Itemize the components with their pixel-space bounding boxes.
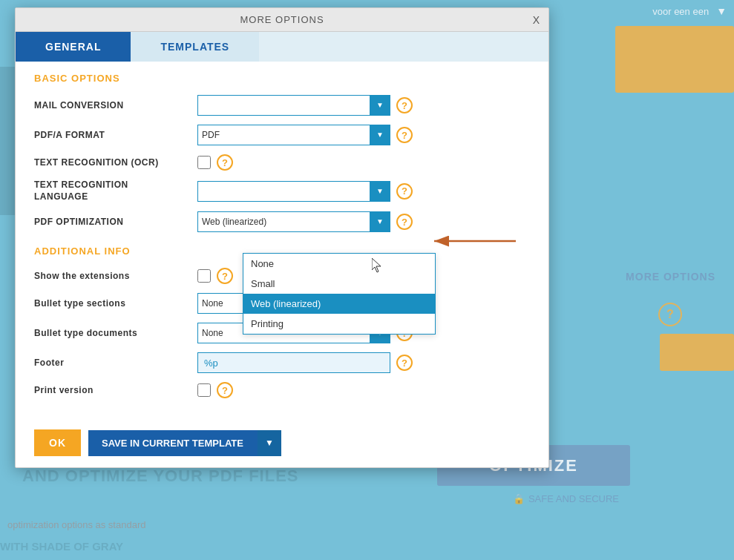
print-version-label: Print version <box>34 385 197 395</box>
print-version-controls: ? <box>197 382 530 398</box>
pdfa-format-controls: PDF ? <box>197 125 530 145</box>
mail-conversion-label: MAIL CONVERSION <box>34 100 197 111</box>
show-extensions-checkbox[interactable] <box>197 269 211 283</box>
text-recognition-ocr-row: TEXT RECOGNITION (OCR) ? <box>34 154 530 171</box>
ok-button[interactable]: OK <box>34 429 81 456</box>
text-recognition-language-select-wrapper <box>197 181 390 202</box>
pdfa-format-row: PDF/A FORMAT PDF ? <box>34 125 530 145</box>
tab-general-label: GENERAL <box>45 41 101 53</box>
tab-templates[interactable]: TEMPLATES <box>131 32 259 62</box>
show-extensions-label: Show the extensions <box>34 271 197 281</box>
pdfa-format-select-wrapper: PDF <box>197 125 390 145</box>
footer-input[interactable] <box>197 352 390 373</box>
close-button[interactable]: X <box>533 14 540 26</box>
footer-controls: ? <box>197 352 530 373</box>
text-recognition-language-select[interactable] <box>197 181 390 202</box>
pdf-optimization-select[interactable]: Web (linearized) None Small Printing <box>197 211 390 232</box>
modal-tabs: GENERAL TEMPLATES <box>16 32 548 62</box>
pdf-optimization-help-icon[interactable]: ? <box>396 214 413 230</box>
mail-conversion-controls: ? <box>197 95 530 116</box>
text-recognition-ocr-controls: ? <box>197 154 530 171</box>
save-button-group: SAVE IN CURRENT TEMPLATE ▼ <box>88 430 281 456</box>
bullet-type-documents-label: Bullet type documents <box>34 328 197 338</box>
pdfa-format-label: PDF/A FORMAT <box>34 130 197 140</box>
pdf-optimization-row: PDF OPTIMIZATION Web (linearized) None S… <box>34 211 530 232</box>
modal-title: MORE OPTIONS <box>240 14 324 25</box>
modal-footer: OK SAVE IN CURRENT TEMPLATE ▼ <box>16 422 548 467</box>
more-options-dialog: MORE OPTIONS X GENERAL TEMPLATES BASIC O… <box>15 7 549 468</box>
pdf-optimization-select-wrapper: Web (linearized) None Small Printing <box>197 211 390 232</box>
pdfa-format-help-icon[interactable]: ? <box>396 127 413 143</box>
basic-options-title: BASIC OPTIONS <box>34 73 530 84</box>
text-recognition-ocr-help-icon[interactable]: ? <box>217 154 233 171</box>
mail-conversion-help-icon[interactable]: ? <box>396 97 413 113</box>
show-extensions-help-icon[interactable]: ? <box>217 268 233 284</box>
text-recognition-language-help-icon[interactable]: ? <box>396 183 413 200</box>
print-version-help-icon[interactable]: ? <box>217 382 233 398</box>
dropdown-option-web[interactable]: Web (linearized) <box>243 294 435 314</box>
footer-row: Footer ? <box>34 352 530 373</box>
bullet-type-sections-label: Bullet type sections <box>34 298 197 309</box>
dropdown-option-small[interactable]: Small <box>243 274 435 294</box>
pdfa-format-select[interactable]: PDF <box>197 125 390 145</box>
text-recognition-ocr-checkbox[interactable] <box>197 156 211 169</box>
modal-header: MORE OPTIONS X <box>16 8 548 32</box>
text-recognition-language-row: TEXT RECOGNITIONLANGUAGE ? <box>34 179 530 202</box>
mail-conversion-row: MAIL CONVERSION ? <box>34 95 530 116</box>
text-recognition-ocr-label: TEXT RECOGNITION (OCR) <box>34 157 197 168</box>
dropdown-option-none[interactable]: None <box>243 254 435 274</box>
pdf-optimization-controls: Web (linearized) None Small Printing ? <box>197 211 530 232</box>
pdf-optimization-dropdown: None Small Web (linearized) Printing <box>243 253 436 335</box>
tab-templates-label: TEMPLATES <box>160 41 229 53</box>
modal-body: BASIC OPTIONS MAIL CONVERSION ? PDF/A FO… <box>16 62 548 422</box>
save-dropdown-arrow-button[interactable]: ▼ <box>257 430 281 456</box>
print-version-row: Print version ? <box>34 382 530 398</box>
tab-general[interactable]: GENERAL <box>16 32 131 62</box>
print-version-checkbox[interactable] <box>197 383 211 397</box>
dropdown-option-printing[interactable]: Printing <box>243 314 435 334</box>
text-recognition-language-controls: ? <box>197 181 530 202</box>
pdf-optimization-label: PDF OPTIMIZATION <box>34 217 197 227</box>
save-current-template-button[interactable]: SAVE IN CURRENT TEMPLATE <box>88 430 257 456</box>
mail-conversion-select-wrapper <box>197 95 390 116</box>
footer-label: Footer <box>34 358 197 368</box>
mail-conversion-select[interactable] <box>197 95 390 116</box>
text-recognition-language-label: TEXT RECOGNITIONLANGUAGE <box>34 179 197 202</box>
footer-help-icon[interactable]: ? <box>396 355 413 371</box>
